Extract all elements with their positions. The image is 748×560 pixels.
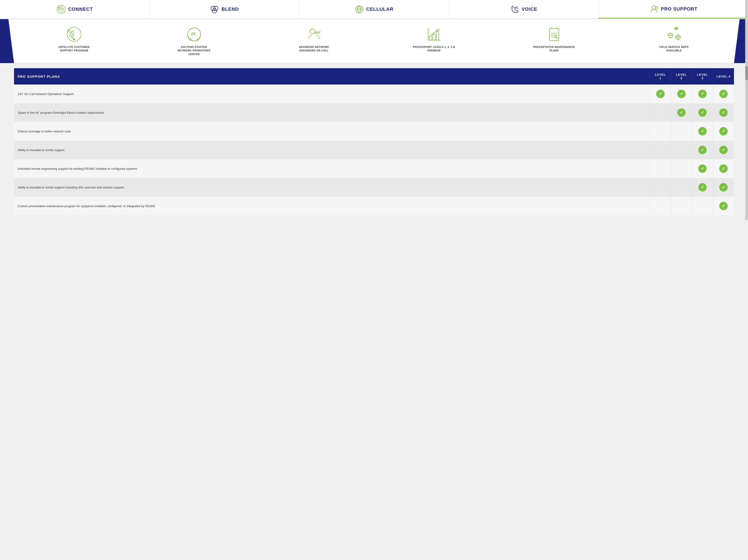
tab-pro-support-label: PRO SUPPORT	[661, 6, 698, 12]
svg-line-17	[68, 29, 71, 32]
table-cell-level3: ✓	[692, 103, 713, 122]
table-cell-level2	[671, 122, 692, 141]
page-wrapper: CONNECT BLEND CELLULAR	[0, 0, 748, 220]
scrollbar-track[interactable]	[745, 0, 748, 220]
table-row: Extend coverage to entire network suite✓…	[14, 122, 734, 141]
top-nav: CONNECT BLEND CELLULAR	[0, 0, 748, 19]
pro-support-icon	[649, 4, 658, 14]
support-table: PRO SUPPORT PLANS LEVEL 1 LEVEL 2 LEVEL …	[14, 68, 734, 215]
svg-point-15	[73, 38, 75, 40]
table-cell-level3	[692, 197, 713, 215]
check-icon: ✓	[719, 164, 728, 173]
table-cell-level4: ✓	[713, 197, 734, 215]
table-cell-feature: Custom preventative maintenance program …	[14, 197, 650, 215]
noc-icon: 24	[186, 26, 202, 43]
scrollbar-thumb[interactable]	[745, 66, 748, 80]
prosupport-levels-icon	[426, 26, 442, 43]
tab-blend-label: BLEND	[221, 6, 239, 12]
table-header-level2: LEVEL 2	[671, 68, 692, 84]
tab-voice[interactable]: VOICE	[449, 0, 599, 19]
table-row: 'Spare in the Air' program-Overnight iDi…	[14, 103, 734, 122]
table-cell-level2	[671, 178, 692, 197]
feature-advanced-network-label: ADVANCED NETWORKENGINEERS ON CALL	[299, 45, 329, 52]
tab-voice-label: VOICE	[522, 6, 537, 12]
table-cell-level1: ✓	[650, 84, 671, 103]
tab-connect[interactable]: CONNECT	[0, 0, 150, 19]
table-header-level1: LEVEL 1	[650, 68, 671, 84]
table-section: PRO SUPPORT PLANS LEVEL 1 LEVEL 2 LEVEL …	[0, 64, 748, 220]
table-cell-feature: Ability to escalate to onsite support	[14, 141, 650, 159]
feature-preventative-label: PREVENTATIVE MAINTENANCEPLANS	[533, 45, 575, 52]
features-bar: SATELLITE CUSTOMERSUPPORT PROGRAM 24 24X…	[0, 19, 748, 64]
table-cell-level3: ✓	[692, 141, 713, 159]
table-cell-level2: ✓	[671, 84, 692, 103]
table-cell-level3: ✓	[692, 122, 713, 141]
blend-icon	[210, 5, 219, 14]
check-icon: ✓	[719, 183, 728, 192]
check-icon: ✓	[719, 108, 728, 117]
satellite-icon	[66, 26, 82, 43]
feature-field-service-label: FIELD SERVICE REPSAVAILABLE	[659, 45, 689, 52]
table-cell-feature: Extend coverage to entire network suite	[14, 122, 650, 141]
svg-point-13	[656, 8, 657, 8]
table-row: Custom preventative maintenance program …	[14, 197, 734, 215]
table-cell-level2	[671, 141, 692, 159]
check-icon: ✓	[719, 90, 728, 98]
svg-rect-34	[429, 36, 432, 40]
table-cell-feature: 24/7 On Call Network Operations Support	[14, 84, 650, 103]
feature-field-service: FIELD SERVICE REPSAVAILABLE	[614, 26, 734, 52]
table-cell-level2	[671, 159, 692, 178]
table-row: 24/7 On Call Network Operations Support✓…	[14, 84, 734, 103]
connect-icon	[56, 5, 66, 14]
table-cell-feature: 'Spare in the Air' program-Overnight iDi…	[14, 103, 650, 122]
feature-prosupport-levels: PROSUPPORT LEVELS 1, 2, 3 &PREMIUM	[374, 26, 494, 52]
tab-cellular[interactable]: CELLULAR	[299, 0, 449, 19]
table-cell-level4: ✓	[713, 103, 734, 122]
check-icon: ✓	[698, 90, 707, 98]
feature-satellite: SATELLITE CUSTOMERSUPPORT PROGRAM	[14, 26, 134, 52]
check-icon: ✓	[698, 127, 707, 136]
feature-preventative: PREVENTATIVE MAINTENANCEPLANS	[494, 26, 614, 52]
feature-prosupport-levels-label: PROSUPPORT LEVELS 1, 2, 3 &PREMIUM	[413, 45, 455, 52]
table-cell-level1	[650, 122, 671, 141]
field-service-icon	[666, 26, 682, 43]
table-cell-level2	[671, 197, 692, 215]
table-cell-level4: ✓	[713, 178, 734, 197]
voice-icon	[510, 5, 519, 14]
check-icon: ✓	[719, 146, 728, 154]
check-icon: ✓	[677, 108, 686, 117]
table-header-level4: LEVEL 4	[713, 68, 734, 84]
tab-blend[interactable]: BLEND	[150, 0, 300, 19]
check-icon: ✓	[698, 146, 707, 154]
table-cell-level1	[650, 178, 671, 197]
table-cell-level4: ✓	[713, 122, 734, 141]
table-cell-level1	[650, 141, 671, 159]
table-cell-level4: ✓	[713, 84, 734, 103]
feature-24x7: 24 24X7X365 STAFFEDNETWORK OPERATIONSCEN…	[134, 26, 254, 56]
table-header-plans: PRO SUPPORT PLANS	[14, 68, 650, 84]
check-icon: ✓	[677, 90, 686, 98]
svg-point-22	[310, 29, 315, 34]
table-cell-level3: ✓	[692, 178, 713, 197]
table-row: Ability to escalate to onsite support in…	[14, 178, 734, 197]
table-cell-feature: Ability to escalate to onsite support in…	[14, 178, 650, 197]
table-header-row: PRO SUPPORT PLANS LEVEL 1 LEVEL 2 LEVEL …	[14, 68, 734, 84]
feature-24x7-label: 24X7X365 STAFFEDNETWORK OPERATIONSCENTER	[178, 45, 210, 56]
svg-rect-37	[550, 28, 559, 41]
table-cell-level1	[650, 159, 671, 178]
table-cell-level4: ✓	[713, 141, 734, 159]
preventative-icon	[546, 26, 562, 43]
tab-pro-support[interactable]: PRO SUPPORT	[599, 0, 748, 19]
svg-rect-35	[433, 34, 435, 40]
table-cell-feature: Unlimited remote engineering support for…	[14, 159, 650, 178]
feature-advanced-network: ADVANCED NETWORKENGINEERS ON CALL	[254, 26, 374, 52]
check-icon: ✓	[698, 164, 707, 173]
table-cell-level1	[650, 197, 671, 215]
table-row: Unlimited remote engineering support for…	[14, 159, 734, 178]
table-cell-level4: ✓	[713, 159, 734, 178]
table-cell-level2: ✓	[671, 103, 692, 122]
svg-text:24: 24	[191, 32, 195, 36]
check-icon: ✓	[698, 183, 707, 192]
cellular-icon	[355, 5, 364, 14]
check-icon: ✓	[719, 202, 728, 210]
